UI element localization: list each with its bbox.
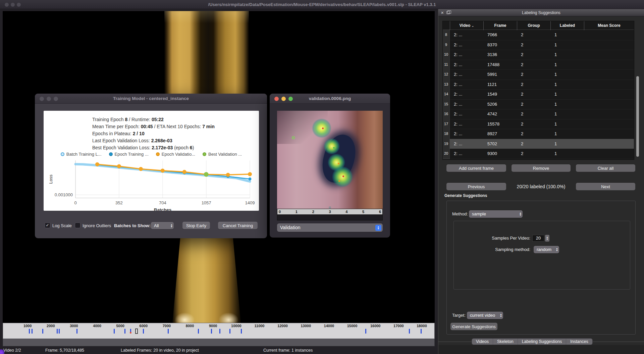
panel-tab-labeling-suggestions[interactable]: Labeling Suggestions [518, 339, 566, 345]
labeled-frame-mark[interactable] [198, 329, 199, 334]
labeled-frame-mark[interactable] [29, 329, 30, 334]
validation-image-ruler: 0123456 [277, 209, 383, 215]
table-row[interactable]: 82: ...706621 [443, 30, 634, 40]
cancel-training-button[interactable]: Cancel Training [218, 222, 258, 229]
close-icon[interactable] [274, 97, 279, 101]
table-cell: 17488 [483, 60, 517, 70]
zoom-icon[interactable] [54, 97, 58, 101]
labeled-frame-mark[interactable] [59, 329, 60, 334]
clear-all-button[interactable]: Clear all [576, 164, 635, 172]
table-cell: 2: ... [450, 99, 483, 110]
labeled-column-header[interactable]: Labeled [550, 21, 584, 30]
labeled-frame-mark[interactable] [421, 329, 422, 334]
table-row[interactable]: 112: ...1748821 [443, 60, 634, 70]
training-window-titlebar[interactable]: Training Model - centered_instance [35, 94, 267, 104]
samples-stepper[interactable]: ▲▼ [545, 235, 549, 242]
panel-tab-videos[interactable]: Videos [472, 339, 493, 345]
samples-per-video-input[interactable]: 20 [532, 235, 544, 242]
batches-to-show-select[interactable]: All ▲▼ [151, 222, 174, 229]
zoom-icon[interactable] [288, 97, 293, 101]
generate-suggestions-section-label: Generate Suggestions [444, 193, 487, 198]
close-window-icon[interactable] [5, 3, 9, 7]
labeled-frame-mark[interactable] [32, 329, 33, 334]
frame-column-header[interactable]: Frame [483, 21, 517, 30]
target-select[interactable]: current video ▲▼ [467, 312, 503, 319]
validation-scroll-track[interactable] [277, 215, 383, 220]
frame-seekbar[interactable]: 1000200030004000500060007000800090001000… [3, 323, 435, 339]
ignore-outliers-checkbox[interactable] [75, 222, 80, 228]
stop-early-button[interactable]: Stop Early [182, 222, 210, 229]
legend-item[interactable]: Epoch Training ... [109, 152, 149, 157]
panel-tab-skeleton[interactable]: Skeleton [493, 339, 518, 345]
mean-score-column-header[interactable]: Mean Score [584, 21, 634, 30]
minimize-icon[interactable] [47, 97, 51, 101]
panel-header[interactable]: ✕ Labeling Suggestions [438, 9, 644, 16]
panel-close-icon[interactable]: ✕ [441, 10, 444, 15]
method-select[interactable]: sample ▲▼ [469, 210, 523, 218]
table-row[interactable]: 182: ...892721 [443, 129, 634, 139]
labeled-frame-mark[interactable] [168, 329, 169, 334]
table-row[interactable]: 102: ...313621 [443, 50, 634, 60]
image-set-select[interactable]: Validation ▲▼ [277, 223, 383, 232]
panel-tab-instances[interactable]: Instances [566, 339, 592, 345]
labeled-frame-mark[interactable] [57, 329, 58, 334]
labeled-frame-mark[interactable] [124, 329, 125, 334]
sampling-method-select[interactable]: random ▲▼ [534, 246, 559, 253]
ruler-handle[interactable] [329, 206, 331, 209]
close-icon[interactable] [40, 97, 44, 101]
generate-suggestions-button[interactable]: Generate Suggestions [450, 323, 497, 330]
table-cell [584, 50, 634, 60]
group-column-header[interactable]: Group [517, 21, 550, 30]
table-cell [584, 69, 634, 80]
minimize-icon[interactable] [281, 97, 286, 101]
minimize-window-icon[interactable] [11, 3, 15, 7]
panel-float-icon[interactable] [446, 11, 450, 14]
target-label: Target: [452, 312, 466, 319]
labeled-frame-mark[interactable] [219, 329, 220, 334]
ruler-tick: 4 [345, 209, 347, 214]
table-row[interactable]: 202: ...930021 [443, 149, 634, 159]
labeled-frame-mark[interactable] [409, 329, 410, 334]
table-row[interactable]: 192: ...570221 [443, 139, 634, 149]
legend-item[interactable]: Batch Training L... [61, 152, 102, 157]
labeled-frame-mark[interactable] [143, 329, 144, 334]
add-current-frame-button[interactable]: Add current frame [446, 164, 506, 172]
labeled-frame-mark[interactable] [241, 329, 242, 334]
seekbar-track[interactable] [3, 339, 435, 346]
table-cell [584, 80, 634, 90]
table-row[interactable]: 132: ...112121 [443, 80, 634, 90]
labeled-frame-mark[interactable] [42, 329, 43, 334]
table-cell: 7066 [483, 30, 517, 40]
legend-item[interactable]: Best Validation ... [203, 152, 242, 157]
suggestions-table[interactable]: Video ⌄ Frame Group Labeled Mean Score 8… [442, 21, 634, 160]
labeled-frame-mark[interactable] [365, 329, 366, 334]
table-row[interactable]: 162: ...474221 [443, 109, 634, 119]
table-row[interactable]: 142: ...154921 [443, 89, 634, 99]
table-row[interactable]: 152: ...520621 [443, 99, 634, 109]
labeled-frame-mark[interactable] [114, 329, 115, 334]
log-scale-checkbox[interactable]: ✓ [45, 222, 50, 228]
zoom-window-icon[interactable] [17, 3, 21, 7]
labeled-frame-mark[interactable] [76, 329, 77, 334]
validation-window-titlebar[interactable]: validation.0006.png [270, 94, 390, 104]
next-button[interactable]: Next [576, 183, 635, 190]
row-number-cell: 20 [443, 149, 450, 159]
remove-button[interactable]: Remove [512, 164, 571, 172]
video-column-header[interactable]: Video ⌄ [450, 21, 483, 30]
heatmap-spot [324, 138, 340, 154]
loss-chart: 0.001000035270410571409BatchesLoss [47, 158, 255, 211]
legend-item[interactable]: Epoch Validatio... [156, 152, 195, 157]
table-row[interactable]: 122: ...599121 [443, 69, 634, 80]
table-scrollbar[interactable] [636, 21, 640, 160]
current-frame-cursor[interactable] [135, 328, 138, 334]
keypoint [333, 147, 335, 149]
timeline-tick-label: 3000 [70, 324, 78, 328]
previous-button[interactable]: Previous [446, 183, 506, 190]
labeled-frame-mark[interactable] [211, 329, 212, 334]
scrollbar-thumb[interactable] [636, 76, 639, 157]
labeled-frame-mark[interactable] [229, 329, 230, 334]
table-row[interactable]: 172: ...1557821 [443, 119, 634, 129]
table-body: 82: ...70662192: ...837021102: ...313621… [443, 30, 634, 159]
table-row[interactable]: 92: ...837021 [443, 40, 634, 50]
timeline-tick-label: 10000 [231, 324, 241, 328]
